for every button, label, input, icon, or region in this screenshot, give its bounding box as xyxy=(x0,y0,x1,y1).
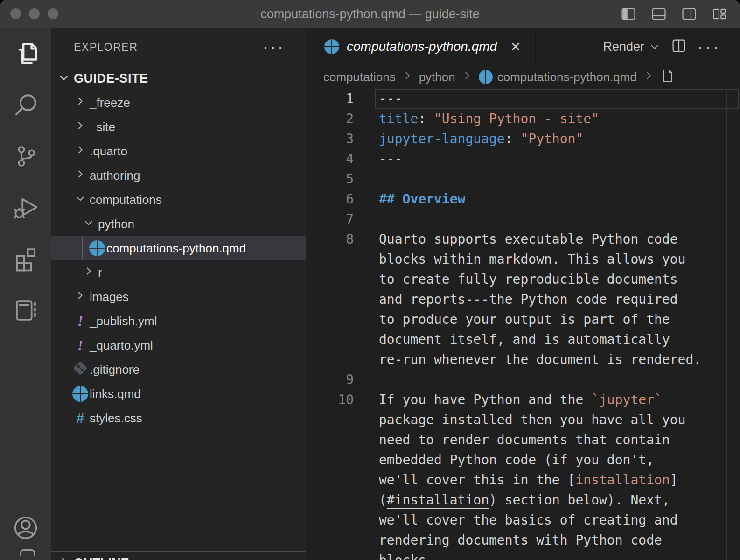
code-line: to create fully reproducible documents xyxy=(306,269,740,289)
outline-section[interactable]: OUTLINE xyxy=(51,551,306,560)
code-line: and reports---the Python code required xyxy=(306,289,740,309)
layout-controls xyxy=(620,6,728,22)
code-line-content: to create fully reproducible documents xyxy=(379,272,678,287)
activity-bar xyxy=(0,28,51,560)
code-line-content: Quarto supports executable Python code xyxy=(379,231,678,247)
breadcrumb-item-computations-python-qmd[interactable]: computations-python.qmd xyxy=(479,70,637,84)
explorer-more-actions-icon[interactable]: ··· xyxy=(263,42,285,52)
tree-folder-r[interactable]: r xyxy=(51,260,306,285)
tree-item-label: _site xyxy=(90,120,115,134)
chevron-right-icon xyxy=(82,265,95,281)
chevron-right-icon xyxy=(74,289,87,305)
chevron-down-icon xyxy=(649,41,660,52)
section-guide-site[interactable]: GUIDE-SITE xyxy=(51,66,306,91)
chevron-right-icon xyxy=(74,168,87,184)
yaml-file-icon: ! xyxy=(77,337,83,354)
breadcrumb-item-python[interactable]: python xyxy=(419,70,455,84)
line-number: 7 xyxy=(306,211,354,227)
close-tab-icon[interactable]: ✕ xyxy=(510,39,521,55)
tree-folder-python[interactable]: python xyxy=(51,212,306,236)
tree-item-label: styles.css xyxy=(90,411,142,426)
tree-file--quarto-yml[interactable]: !_quarto.yml xyxy=(51,333,306,357)
git-file-icon xyxy=(72,360,89,380)
code-line: blocks. xyxy=(306,550,740,560)
tab-label: computations-python.qmd xyxy=(347,39,497,54)
editor-ruler xyxy=(726,89,727,560)
chevron-right-icon xyxy=(57,555,71,560)
line-number: 2 xyxy=(306,111,354,126)
tree-folder--site[interactable]: _site xyxy=(51,115,306,139)
code-line: re-run whenever the document is rendered… xyxy=(306,350,740,370)
notebook-icon[interactable] xyxy=(0,285,51,336)
tree-item-label: .quarto xyxy=(90,144,127,159)
breadcrumb-item-computations[interactable]: computations xyxy=(323,70,396,84)
title-bar: computations-python.qmd — guide-site xyxy=(0,0,740,28)
explorer-icon[interactable] xyxy=(0,28,51,79)
line-number: 3 xyxy=(306,131,354,147)
tree-file-links-qmd[interactable]: links.qmd xyxy=(51,382,306,406)
source-control-icon[interactable] xyxy=(0,131,51,182)
code-line-content: embedded Python code (if you don't, xyxy=(379,452,654,468)
settings-gear-icon[interactable] xyxy=(20,549,35,556)
code-line: to produce your output is part of the xyxy=(306,309,740,329)
code-line-content: re-run whenever the document is rendered… xyxy=(379,352,701,367)
tree-item-label: r xyxy=(98,266,102,280)
tab-bar: computations-python.qmd ✕ Render ··· xyxy=(306,28,740,65)
vscode-window: computations-python.qmd — guide-site xyxy=(0,0,740,560)
customize-layout-icon[interactable] xyxy=(711,6,728,22)
code-line: we'll cover the basics of creating and xyxy=(306,510,740,530)
tab-computations-python[interactable]: computations-python.qmd ✕ xyxy=(306,28,536,65)
tree-file--gitignore[interactable]: .gitignore xyxy=(51,357,306,382)
breadcrumb-separator-icon xyxy=(461,70,473,85)
breadcrumb-separator-icon xyxy=(642,70,655,85)
code-line: document itself, and is automatically xyxy=(306,329,740,350)
tree-folder-images[interactable]: images xyxy=(51,285,306,309)
code-editor[interactable]: 1---2title: "Using Python - site"3jupyte… xyxy=(306,89,740,560)
tree-item-label: images xyxy=(90,290,129,304)
code-line-content: package installed then you have all you xyxy=(379,412,685,427)
tree-file-computations-python-qmd[interactable]: computations-python.qmd xyxy=(51,236,306,260)
symbol-file-icon xyxy=(660,68,675,86)
file-tree: _freeze_site.quartoauthoringcomputations… xyxy=(51,91,306,430)
yaml-file-icon: ! xyxy=(77,313,83,330)
breadcrumb-label: computations-python.qmd xyxy=(497,70,637,84)
tree-folder--quarto[interactable]: .quarto xyxy=(51,139,306,163)
explorer-header: EXPLORER xyxy=(74,41,138,54)
breadcrumb-separator-icon xyxy=(401,70,413,85)
search-icon[interactable] xyxy=(0,79,51,131)
tree-folder-authoring[interactable]: authoring xyxy=(51,163,306,188)
code-line-content: title: "Using Python - site" xyxy=(379,111,599,126)
line-number: 5 xyxy=(306,171,354,187)
account-icon[interactable] xyxy=(0,502,51,553)
tree-folder-computations[interactable]: computations xyxy=(51,188,306,212)
toggle-secondary-sidebar-icon[interactable] xyxy=(681,6,698,22)
split-editor-icon[interactable] xyxy=(670,37,687,56)
code-line: 9 xyxy=(306,370,740,390)
code-line: 3jupyter-language: "Python" xyxy=(306,129,740,149)
outline-label: OUTLINE xyxy=(74,556,129,560)
toggle-primary-sidebar-icon[interactable] xyxy=(620,6,637,22)
code-line-content: we'll cover this in the [installation] xyxy=(379,472,678,488)
code-line: rendering documents with Python code xyxy=(306,530,740,550)
toggle-panel-icon[interactable] xyxy=(650,6,667,22)
section-label: GUIDE-SITE xyxy=(74,71,148,86)
tree-item-label: authoring xyxy=(90,168,140,183)
code-line-content: If you have Python and the `jupyter` xyxy=(379,392,662,407)
code-line-content: --- xyxy=(379,91,403,106)
extensions-icon[interactable] xyxy=(0,233,51,285)
tree-folder--freeze[interactable]: _freeze xyxy=(51,91,306,115)
tree-file-styles-css[interactable]: #styles.css xyxy=(51,406,306,430)
render-button[interactable]: Render xyxy=(603,40,660,54)
editor-more-actions-icon[interactable]: ··· xyxy=(698,42,721,51)
code-line: need to render documents that contain xyxy=(306,430,740,450)
tree-item-label: _freeze xyxy=(90,96,130,110)
code-line: package installed then you have all you xyxy=(306,410,740,430)
line-number: 6 xyxy=(306,191,354,207)
code-line-content: jupyter-language: "Python" xyxy=(379,131,583,147)
tree-file--publish-yml[interactable]: !_publish.yml xyxy=(51,309,306,333)
code-line-content: blocks. xyxy=(379,553,434,560)
code-line: 1--- xyxy=(306,89,740,109)
quarto-file-icon xyxy=(72,386,88,402)
tree-item-label: _quarto.yml xyxy=(90,338,153,353)
run-and-debug-icon[interactable] xyxy=(0,182,51,233)
